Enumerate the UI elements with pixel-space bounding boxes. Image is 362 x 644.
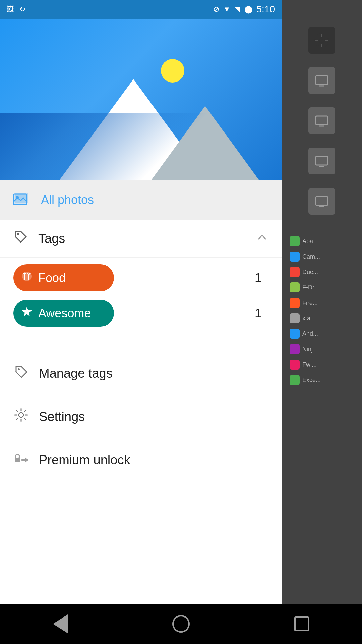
svg-point-18 [321, 39, 323, 41]
tags-section-header[interactable]: Tags [0, 220, 282, 258]
camera-app-icon[interactable] [308, 27, 335, 54]
manage-tags-item[interactable]: Manage tags [0, 352, 282, 395]
recent-icon [294, 616, 309, 631]
list-item[interactable]: Duc... [288, 266, 355, 278]
food-tag-count: 1 [255, 271, 268, 285]
awesome-tag-pill[interactable]: Awesome [13, 300, 114, 327]
food-tag-row[interactable]: Food 1 [13, 264, 268, 291]
nav-home-button[interactable] [161, 610, 201, 637]
app-name: Fwi... [302, 361, 317, 368]
app-dot [290, 236, 300, 246]
svg-rect-29 [316, 197, 328, 205]
app-dot [290, 344, 300, 354]
nav-back-button[interactable] [40, 610, 80, 637]
chevron-up-icon [256, 231, 268, 246]
svg-rect-25 [316, 116, 328, 125]
list-item[interactable]: x.a... [288, 312, 355, 325]
battery-icon: ⬤ [244, 5, 253, 14]
list-item[interactable]: Apa... [288, 235, 355, 248]
app-name: x.a... [302, 315, 315, 322]
wifi-icon: ▼ [223, 5, 231, 14]
svg-rect-23 [316, 76, 328, 85]
svg-point-4 [17, 233, 19, 235]
app-name: Apa... [302, 238, 318, 245]
awesome-icon [21, 306, 33, 321]
status-bar: 🖼 ↻ ⊘ ▼ ◥ ⬤ 5:10 [0, 0, 282, 19]
tags-container: Food 1 Awesome 1 [0, 258, 282, 345]
list-item[interactable]: Ninj... [288, 343, 355, 356]
right-panel: Apa... Cam... Duc... F-Dr... Fire... x.a… [282, 0, 362, 644]
manage-tags-icon [13, 364, 29, 383]
svg-rect-12 [15, 458, 20, 462]
back-icon [53, 614, 68, 633]
app-list: Apa... Cam... Duc... F-Dr... Fire... x.a… [288, 235, 355, 386]
blocked-icon: ⊘ [213, 5, 219, 14]
app-name: Cam... [302, 253, 320, 260]
menu-list: Tags [0, 220, 282, 644]
premium-unlock-item[interactable]: Premium unlock [0, 438, 282, 482]
list-item[interactable]: F-Dr... [288, 281, 355, 294]
premium-icon [13, 450, 29, 470]
app-dot [290, 375, 300, 385]
app-name: F-Dr... [302, 284, 319, 291]
app-dot [290, 360, 300, 370]
svg-rect-27 [316, 156, 328, 165]
food-tag-pill[interactable]: Food [13, 264, 114, 291]
mountain-white [60, 79, 207, 180]
list-item[interactable]: Fire... [288, 297, 355, 309]
status-bar-left-icons: 🖼 ↻ [7, 5, 25, 14]
main-panel: 🖼 ↻ ⊘ ▼ ◥ ⬤ 5:10 All photos [0, 0, 282, 644]
awesome-tag-label: Awesome [38, 306, 91, 320]
tags-label: Tags [38, 231, 246, 246]
app-name: Duc... [302, 269, 318, 276]
awesome-tag-count: 1 [255, 306, 268, 320]
list-item[interactable]: Fwi... [288, 358, 355, 371]
app-name: And... [302, 330, 318, 337]
nav-recent-button[interactable] [282, 610, 322, 637]
photo-icon: 🖼 [7, 5, 14, 14]
svg-point-10 [19, 413, 23, 417]
signal-icon: ◥ [235, 5, 240, 14]
app-name: Fire... [302, 300, 318, 307]
mountain-gray [152, 106, 259, 180]
tag-icon [13, 229, 28, 248]
app-dot [290, 298, 300, 308]
refresh-icon: ↻ [19, 5, 25, 14]
app-name: Exce... [302, 377, 321, 384]
settings-icon [13, 407, 29, 426]
app-dot [290, 313, 300, 323]
svg-point-9 [18, 368, 20, 370]
home-icon [172, 615, 190, 633]
svg-marker-8 [22, 307, 32, 316]
manage-tags-label: Manage tags [39, 366, 113, 381]
clock: 5:10 [257, 4, 275, 15]
app-dot [290, 282, 300, 292]
all-photos-icon [13, 189, 31, 211]
app-dot [290, 252, 300, 262]
screen2-icon[interactable] [308, 107, 335, 134]
screen3-icon[interactable] [308, 148, 335, 174]
premium-unlock-label: Premium unlock [39, 453, 130, 467]
list-item[interactable]: Cam... [288, 250, 355, 263]
awesome-tag-row[interactable]: Awesome 1 [13, 300, 268, 327]
app-dot [290, 329, 300, 339]
settings-label: Settings [39, 410, 85, 424]
food-tag-label: Food [38, 271, 66, 285]
list-item[interactable]: Exce... [288, 374, 355, 386]
all-photos-row[interactable]: All photos [0, 180, 282, 220]
section-divider [13, 348, 268, 348]
app-dot [290, 267, 300, 277]
hero-banner [0, 19, 282, 180]
screen1-icon[interactable] [308, 67, 335, 94]
nav-bar [0, 604, 362, 644]
screen4-icon[interactable] [308, 188, 335, 215]
all-photos-label: All photos [41, 193, 94, 207]
settings-item[interactable]: Settings [0, 395, 282, 438]
app-name: Ninj... [302, 346, 318, 353]
status-bar-right-icons: ⊘ ▼ ◥ ⬤ 5:10 [213, 4, 275, 15]
food-icon [21, 270, 33, 285]
list-item[interactable]: And... [288, 327, 355, 340]
